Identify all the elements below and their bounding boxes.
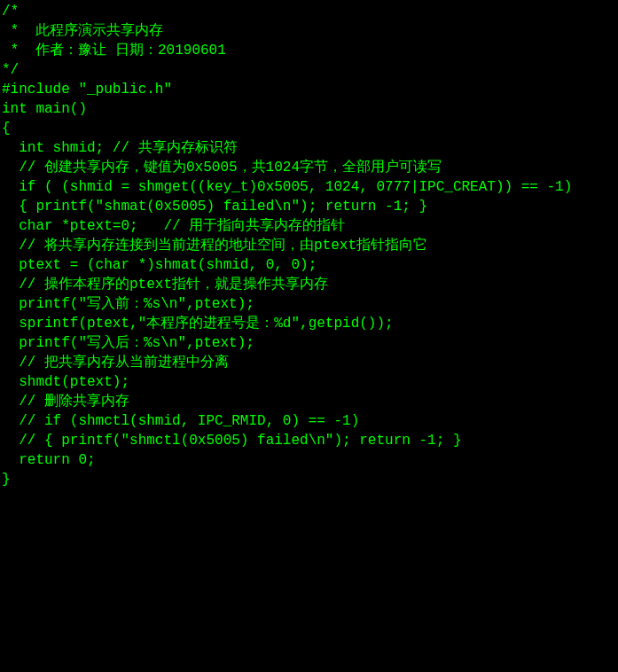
code-line: // if (shmctl(shmid, IPC_RMID, 0) == -1)	[2, 411, 616, 431]
code-line: sprintf(ptext,"本程序的进程号是：%d",getpid());	[2, 314, 616, 333]
code-line: return 0;	[2, 450, 616, 470]
code-line: printf("写入后：%s\n",ptext);	[2, 333, 616, 353]
code-line: {	[2, 119, 616, 138]
code-line: printf("写入前：%s\n",ptext);	[2, 294, 616, 314]
code-line: /*	[2, 2, 616, 21]
code-line: shmdt(ptext);	[2, 372, 616, 392]
code-line: int main()	[2, 99, 616, 119]
code-line: { printf("shmat(0x5005) failed\n"); retu…	[2, 197, 616, 216]
code-line: ptext = (char *)shmat(shmid, 0, 0);	[2, 255, 616, 275]
code-line: * 此程序演示共享内存	[2, 21, 616, 41]
code-line: char *ptext=0; // 用于指向共享内存的指针	[2, 216, 616, 236]
code-line: // 创建共享内存，键值为0x5005，共1024字节，全部用户可读写	[2, 158, 616, 177]
code-line: #include "_public.h"	[2, 80, 616, 99]
code-line: * 作者：豫让 日期：20190601	[2, 41, 616, 60]
code-line: // 把共享内存从当前进程中分离	[2, 353, 616, 372]
code-line: // { printf("shmctl(0x5005) failed\n"); …	[2, 431, 616, 450]
code-block: /* * 此程序演示共享内存 * 作者：豫让 日期：20190601*/#inc…	[0, 0, 618, 491]
code-line: // 删除共享内存	[2, 392, 616, 411]
code-line: int shmid; // 共享内存标识符	[2, 138, 616, 158]
code-line: // 将共享内存连接到当前进程的地址空间，由ptext指针指向它	[2, 236, 616, 255]
code-line: */	[2, 60, 616, 80]
code-line: if ( (shmid = shmget((key_t)0x5005, 1024…	[2, 177, 616, 197]
code-line: }	[2, 470, 616, 489]
code-line: // 操作本程序的ptext指针，就是操作共享内存	[2, 275, 616, 294]
